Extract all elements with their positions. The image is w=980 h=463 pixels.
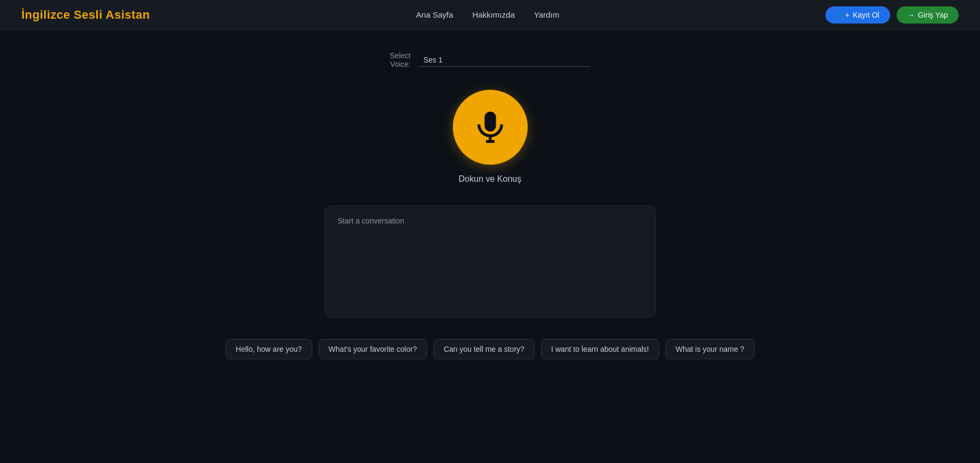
main-content: SelectVoice: Ses 1 Ses 2 Ses 3 Dokun ve … xyxy=(0,30,980,381)
voice-select[interactable]: Ses 1 Ses 2 Ses 3 xyxy=(419,53,590,67)
header: İngilizce Sesli Asistan Ana Sayfa Hakkım… xyxy=(0,0,980,30)
header-buttons: 👤+ Kayıt Ol → Giriş Yap xyxy=(825,6,959,24)
user-plus-icon: 👤+ xyxy=(836,11,850,19)
conversation-placeholder: Start a conversation xyxy=(338,217,405,225)
mic-container: Dokun ve Konuş xyxy=(453,90,528,184)
voice-select-label: SelectVoice: xyxy=(390,51,411,68)
register-button[interactable]: 👤+ Kayıt Ol xyxy=(825,6,890,24)
chip-name[interactable]: What is your name ? xyxy=(666,339,754,359)
chips-row: Hello, how are you? What's your favorite… xyxy=(226,339,754,381)
mic-label: Dokun ve Konuş xyxy=(459,174,521,184)
voice-select-row: SelectVoice: Ses 1 Ses 2 Ses 3 xyxy=(390,51,590,68)
login-button[interactable]: → Giriş Yap xyxy=(897,6,959,24)
nav-help[interactable]: Yardım xyxy=(534,10,559,19)
nav-about[interactable]: Hakkımızda xyxy=(473,10,515,19)
mic-button[interactable] xyxy=(453,90,528,165)
login-icon: → xyxy=(907,11,915,19)
conversation-box: Start a conversation xyxy=(325,205,656,318)
app-logo: İngilizce Sesli Asistan xyxy=(21,8,150,22)
chip-story[interactable]: Can you tell me a story? xyxy=(434,339,535,359)
chip-hello[interactable]: Hello, how are you? xyxy=(226,339,312,359)
chip-animals[interactable]: I want to learn about animals! xyxy=(541,339,659,359)
main-nav: Ana Sayfa Hakkımızda Yardım xyxy=(416,10,559,19)
microphone-icon xyxy=(473,110,507,144)
chip-color[interactable]: What's your favorite color? xyxy=(319,339,427,359)
nav-home[interactable]: Ana Sayfa xyxy=(416,10,453,19)
